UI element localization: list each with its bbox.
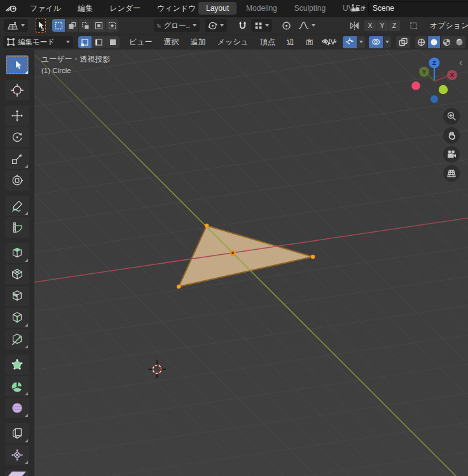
mesh-triangle[interactable] <box>179 226 313 287</box>
camera-view-button[interactable] <box>443 146 460 163</box>
tab-sculpting[interactable]: Sculpting <box>287 2 333 15</box>
zoom-button[interactable] <box>443 108 460 125</box>
menu-view[interactable]: ビュー <box>123 34 158 50</box>
select-extend-button[interactable] <box>65 19 79 32</box>
scene-browse-button[interactable] <box>347 1 368 15</box>
options-dropdown[interactable]: オプション <box>427 19 468 32</box>
tool-shear[interactable] <box>5 470 29 476</box>
snap-toggle-button[interactable] <box>236 19 249 32</box>
tool-edge-slide[interactable] <box>5 423 29 444</box>
show-overlays-toggle[interactable] <box>369 36 383 48</box>
gizmo-dropdown[interactable] <box>357 36 365 48</box>
editor-type-button[interactable] <box>4 19 28 32</box>
snap-with-dropdown[interactable] <box>251 19 272 32</box>
gizmo-x-neg-ball[interactable] <box>411 81 420 90</box>
menu-file[interactable]: ファイル <box>22 0 69 17</box>
falloff-dropdown[interactable] <box>295 19 319 32</box>
shading-modes <box>415 36 465 48</box>
edge-select-button[interactable] <box>92 36 106 48</box>
toggle-ortho-button[interactable] <box>443 165 460 182</box>
mirror-x-toggle[interactable]: X <box>364 20 376 31</box>
tool-loop-cut[interactable] <box>5 308 29 328</box>
mirror-y-toggle[interactable]: Y <box>376 20 388 31</box>
proportional-editing-toggle[interactable] <box>280 19 293 32</box>
proportional-editing-icon <box>282 21 291 31</box>
tool-bevel[interactable] <box>5 286 29 306</box>
pivot-point-icon <box>208 21 217 31</box>
tool-shrink-fatten[interactable] <box>5 445 29 465</box>
shading-material-button[interactable] <box>441 36 453 48</box>
show-gizmo-toggle[interactable] <box>343 36 357 48</box>
camera-icon <box>446 149 457 160</box>
tool-options-corner <box>25 414 28 417</box>
tool-rotate[interactable] <box>5 127 29 147</box>
tool-knife[interactable] <box>5 329 29 350</box>
tool-inset-faces[interactable] <box>5 264 29 285</box>
menu-edit[interactable]: 編集 <box>69 0 101 17</box>
chevron-down-icon <box>333 41 337 43</box>
pan-button[interactable] <box>443 127 460 144</box>
transform-orientation-dropdown[interactable]: グロー.. <box>154 19 200 32</box>
chevron-down-icon <box>21 24 25 27</box>
tool-move[interactable] <box>5 105 29 126</box>
tool-measure[interactable] <box>5 217 29 238</box>
3d-viewport[interactable]: Z Y X ユーザー・透視投影 (1) Circle ‹ <box>34 50 468 476</box>
toggle-xray-button[interactable] <box>396 36 410 48</box>
active-object-label: (1) Circle <box>41 67 71 74</box>
tool-extrude-region[interactable] <box>5 243 29 263</box>
navigation-gizmo[interactable]: Z Y X <box>411 58 457 104</box>
shading-wireframe-button[interactable] <box>415 36 428 48</box>
menu-render[interactable]: レンダー <box>101 0 149 17</box>
falloff-curve-icon <box>298 21 309 30</box>
menu-edge[interactable]: 辺 <box>281 34 300 50</box>
mirror-icon[interactable] <box>348 19 361 32</box>
menu-add[interactable]: 追加 <box>185 34 212 50</box>
tool-transform[interactable] <box>5 170 29 191</box>
tool-select-box[interactable] <box>5 55 29 75</box>
shading-rendered-button[interactable] <box>453 36 465 48</box>
tool-annotate[interactable] <box>5 196 29 216</box>
mirror-z-toggle[interactable]: Z <box>389 20 400 31</box>
gizmo-y-neg-ball[interactable] <box>439 85 448 94</box>
snap-target-icon[interactable] <box>407 19 420 32</box>
overlays-dropdown[interactable] <box>383 36 391 48</box>
view-perspective-label: ユーザー・透視投影 <box>41 54 111 65</box>
tool-scale[interactable] <box>5 149 29 169</box>
select-subtract-button[interactable] <box>79 19 92 32</box>
tool-options-corner <box>25 345 28 348</box>
menu-face[interactable]: 面 <box>300 34 319 50</box>
tab-layout[interactable]: Layout <box>198 2 237 15</box>
object-visibility-dropdown[interactable] <box>319 36 339 48</box>
options-label: オプション <box>430 20 468 31</box>
tool-poly-build[interactable] <box>5 355 29 375</box>
active-tool-indicator[interactable] <box>36 18 46 33</box>
select-invert-button[interactable] <box>92 19 106 32</box>
poly-build-icon <box>10 358 24 372</box>
menu-mesh[interactable]: メッシュ <box>212 34 254 50</box>
bevel-icon <box>10 289 24 303</box>
gizmo-z-neg-ball[interactable] <box>430 95 438 103</box>
menu-window[interactable]: ウィンドウ <box>149 0 204 17</box>
face-select-button[interactable] <box>106 36 120 48</box>
sidebar-toggle[interactable]: ‹ <box>459 57 462 67</box>
wireframe-sphere-icon <box>417 38 425 46</box>
menu-select[interactable]: 選択 <box>158 34 185 50</box>
tool-3d-cursor[interactable] <box>5 80 29 100</box>
scene-name-field[interactable]: Scene <box>368 1 468 15</box>
select-set-button[interactable] <box>52 19 65 32</box>
menu-vertex[interactable]: 頂点 <box>254 34 281 50</box>
cursor-icon <box>10 83 25 98</box>
chevron-down-icon <box>362 7 366 10</box>
move-icon <box>10 109 24 123</box>
mode-selector[interactable]: 編集モード <box>3 36 73 48</box>
tab-modeling[interactable]: Modeling <box>238 2 285 15</box>
tool-smooth[interactable] <box>5 398 29 418</box>
material-sphere-icon <box>443 38 451 46</box>
vertex-select-button[interactable] <box>78 36 92 48</box>
shading-solid-button[interactable] <box>428 36 441 48</box>
shear-icon <box>8 471 27 476</box>
select-intersect-button[interactable] <box>106 19 118 32</box>
pivot-point-dropdown[interactable] <box>205 19 227 32</box>
blender-logo-icon[interactable] <box>5 3 18 13</box>
tool-spin[interactable] <box>5 376 29 397</box>
